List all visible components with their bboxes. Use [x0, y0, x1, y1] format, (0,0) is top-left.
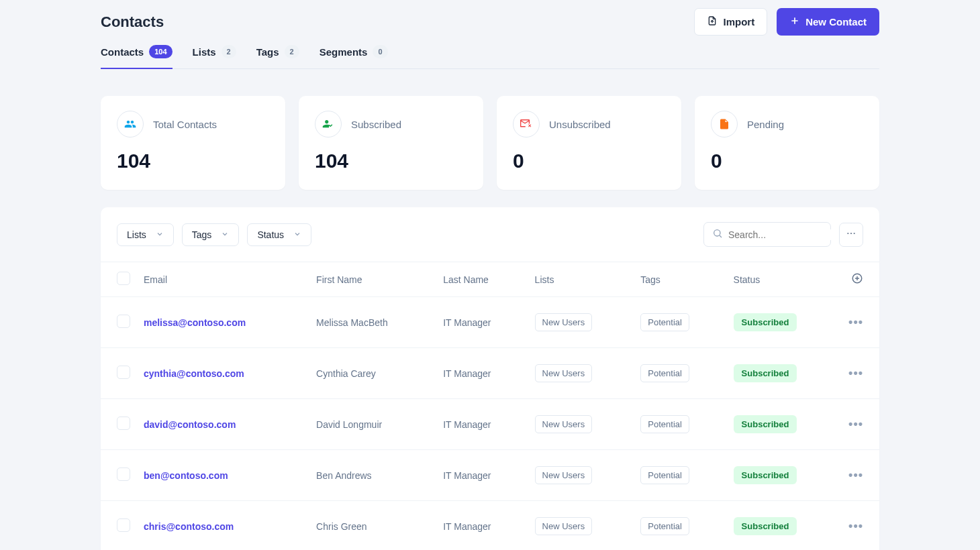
search-box[interactable]: [703, 222, 831, 247]
filter-status[interactable]: Status: [247, 223, 311, 246]
row-checkbox[interactable]: [117, 366, 130, 379]
status-badge: Subscribed: [734, 517, 797, 535]
col-last-name: Last Name: [436, 262, 528, 297]
filter-tags[interactable]: Tags: [182, 223, 240, 246]
stat-value: 104: [117, 150, 269, 172]
tab-count-badge: 2: [285, 45, 299, 58]
table-toolbar: Lists Tags Status: [101, 207, 879, 262]
row-checkbox[interactable]: [117, 417, 130, 430]
list-chip: New Users: [535, 517, 593, 535]
tab-tags[interactable]: Tags2: [256, 45, 299, 69]
status-badge: Subscribed: [734, 313, 797, 331]
table-row: ben@contoso.comBen AndrewsIT ManagerNew …: [101, 450, 879, 501]
svg-point-3: [850, 233, 852, 234]
import-icon: [707, 15, 718, 28]
svg-point-2: [847, 233, 848, 234]
row-checkbox[interactable]: [117, 468, 130, 481]
row-actions-button[interactable]: •••: [848, 315, 863, 329]
more-horizontal-icon: [846, 228, 856, 241]
email-link[interactable]: cynthia@contoso.com: [144, 368, 244, 379]
add-column-button[interactable]: [851, 276, 863, 286]
col-lists: Lists: [528, 262, 634, 297]
cell-first-name: Ben Andrews: [316, 470, 372, 481]
import-label: Import: [723, 16, 754, 28]
svg-point-0: [714, 230, 720, 236]
row-checkbox[interactable]: [117, 315, 130, 328]
stats-cards: Total Contacts104Subscribed104Unsubscrib…: [101, 96, 879, 190]
table-row: cynthia@contoso.comCynthia CareyIT Manag…: [101, 348, 879, 399]
filter-group: Lists Tags Status: [117, 223, 311, 246]
file-clock-icon: [711, 111, 738, 138]
contacts-table-card: Lists Tags Status: [101, 207, 879, 550]
filter-lists[interactable]: Lists: [117, 223, 174, 246]
tab-segments[interactable]: Segments0: [320, 45, 388, 69]
svg-line-1: [720, 235, 722, 237]
stat-label: Subscribed: [351, 119, 401, 130]
tab-count-badge: 2: [222, 45, 236, 58]
row-checkbox[interactable]: [117, 518, 130, 532]
row-actions-button[interactable]: •••: [848, 366, 863, 380]
col-status: Status: [727, 262, 842, 297]
email-link[interactable]: melissa@contoso.com: [144, 317, 246, 328]
status-badge: Subscribed: [734, 415, 797, 433]
plus-icon: [789, 15, 800, 28]
tab-label: Tags: [256, 46, 279, 58]
row-actions-button[interactable]: •••: [848, 417, 863, 431]
svg-point-4: [854, 233, 855, 234]
col-tags: Tags: [634, 262, 726, 297]
stat-value: 104: [315, 150, 467, 172]
more-options-button[interactable]: [839, 223, 863, 247]
import-button[interactable]: Import: [694, 8, 767, 36]
col-email: Email: [137, 262, 309, 297]
tag-chip: Potential: [640, 415, 689, 433]
contacts-table: Email First Name Last Name Lists Tags St…: [101, 262, 879, 550]
list-chip: New Users: [535, 415, 593, 433]
cell-last-name: IT Manager: [443, 317, 491, 328]
new-contact-button[interactable]: New Contact: [777, 8, 879, 36]
list-chip: New Users: [535, 313, 593, 331]
stat-label: Pending: [747, 119, 784, 130]
tag-chip: Potential: [640, 466, 689, 484]
row-actions-button[interactable]: •••: [848, 468, 863, 482]
filter-tags-label: Tags: [192, 229, 212, 240]
tab-contacts[interactable]: Contacts104: [101, 45, 173, 69]
email-link[interactable]: david@contoso.com: [144, 419, 236, 430]
table-row: chris@contoso.comChris GreenIT ManagerNe…: [101, 501, 879, 551]
row-actions-button[interactable]: •••: [848, 519, 863, 533]
search-input[interactable]: [728, 229, 846, 240]
email-link[interactable]: ben@contoso.com: [144, 470, 228, 481]
users-icon: [117, 111, 144, 138]
chevron-down-icon: [156, 229, 164, 240]
header-actions: Import New Contact: [694, 8, 879, 36]
cell-first-name: Cynthia Carey: [316, 368, 376, 379]
select-all-checkbox[interactable]: [117, 272, 130, 285]
tab-count-badge: 0: [373, 45, 387, 58]
tag-chip: Potential: [640, 364, 689, 382]
filter-lists-label: Lists: [127, 229, 146, 240]
cell-first-name: David Longmuir: [316, 419, 382, 430]
user-check-icon: [315, 111, 342, 138]
tab-label: Contacts: [101, 46, 144, 58]
tab-lists[interactable]: Lists2: [193, 45, 236, 69]
stat-card-unsubscribed: Unsubscribed0: [497, 96, 681, 190]
tab-count-badge: 104: [149, 45, 172, 58]
stat-value: 0: [513, 150, 665, 172]
chevron-down-icon: [221, 229, 229, 240]
cell-last-name: IT Manager: [443, 419, 491, 430]
list-chip: New Users: [535, 466, 593, 484]
cell-last-name: IT Manager: [443, 368, 491, 379]
tabs: Contacts104Lists2Tags2Segments0: [101, 45, 879, 69]
stat-card-pending: Pending0: [695, 96, 879, 190]
status-badge: Subscribed: [734, 466, 797, 484]
stat-label: Unsubscribed: [549, 119, 611, 130]
email-link[interactable]: chris@contoso.com: [144, 521, 234, 532]
chevron-down-icon: [293, 229, 301, 240]
status-badge: Subscribed: [734, 364, 797, 382]
stat-label: Total Contacts: [153, 119, 217, 130]
tag-chip: Potential: [640, 313, 689, 331]
mail-x-icon: [513, 111, 540, 138]
stat-card-total-contacts: Total Contacts104: [101, 96, 285, 190]
new-contact-label: New Contact: [805, 16, 867, 28]
table-row: david@contoso.comDavid LongmuirIT Manage…: [101, 399, 879, 450]
cell-first-name: Chris Green: [316, 521, 366, 532]
